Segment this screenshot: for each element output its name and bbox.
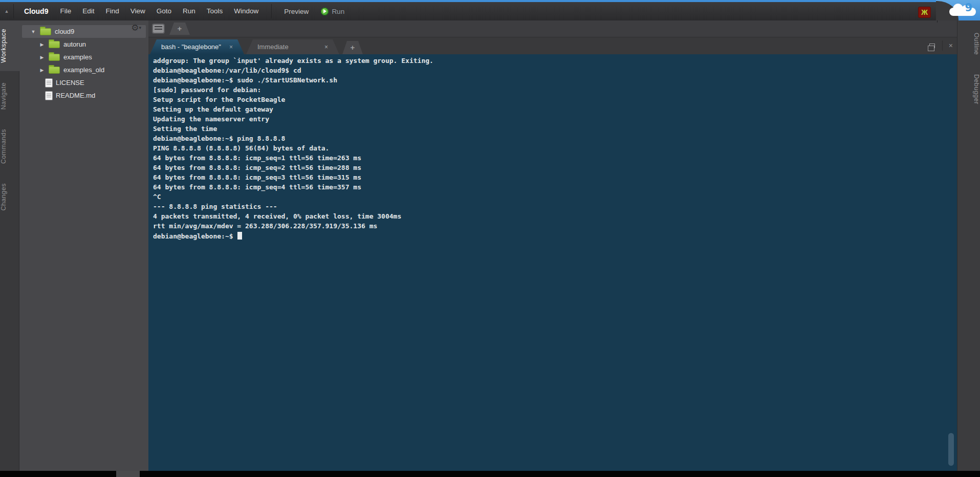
menu-items: FileEditFindViewGotoRunToolsWindow: [54, 2, 264, 20]
close-pane-icon[interactable]: ×: [949, 41, 953, 50]
tree-item[interactable]: LICENSE: [19, 76, 148, 89]
right-dock-tab[interactable]: Outline: [957, 26, 980, 62]
close-tab-icon[interactable]: ×: [324, 44, 328, 51]
folder-icon: [49, 67, 60, 74]
left-dock-tab[interactable]: Workspace: [0, 20, 19, 71]
right-dock-tab[interactable]: Debugger: [957, 67, 980, 112]
terminal-line: PING 8.8.8.8 (8.8.8.8) 56(84) bytes of d…: [153, 144, 957, 154]
tree-item-label: autorun: [63, 40, 86, 48]
terminal-line: rtt min/avg/max/mdev = 263.288/306.228/3…: [153, 222, 957, 232]
tab-bash-beaglebone[interactable]: bash - "beaglebone" ×: [150, 39, 244, 54]
panel-resize-grip[interactable]: [116, 471, 140, 477]
menu-item[interactable]: Run: [177, 2, 201, 20]
menu-item[interactable]: Window: [228, 2, 264, 20]
terminal-line: Setting up the default gateway: [153, 105, 957, 115]
terminal-line: 64 bytes from 8.8.8.8: icmp_seq=4 ttl=56…: [153, 183, 957, 193]
menu-item[interactable]: File: [54, 2, 77, 20]
terminal-line: --- 8.8.8.8 ping statistics ---: [153, 203, 957, 212]
left-dock-strip: Workspace Navigate Commands Changes: [0, 20, 19, 471]
folder-icon: [49, 54, 60, 61]
pane-window-controls: ×: [929, 40, 953, 51]
run-play-icon: [321, 8, 329, 15]
terminal-output[interactable]: addgroup: The group `input' already exis…: [148, 54, 957, 471]
file-icon: [46, 79, 52, 87]
terminal-line: debian@beaglebone:/var/lib/cloud9$ cd: [153, 67, 957, 76]
menu-item[interactable]: Edit: [77, 2, 100, 20]
tree-settings-gear-icon[interactable]: ⚙▾: [131, 23, 141, 33]
terminal-line: Updating the nameserver entry: [153, 115, 957, 125]
console-list-icon[interactable]: [152, 24, 165, 34]
expand-arrow-icon[interactable]: ▼: [30, 29, 37, 34]
terminal-prompt-line: debian@beaglebone:~$: [153, 232, 957, 242]
tree-item[interactable]: ▶ autorun: [19, 38, 148, 51]
run-button-label: Run: [332, 8, 344, 15]
file-tree: ▼ cloud9 ▶ autorun ▶: [19, 20, 148, 102]
maximize-pane-icon[interactable]: [929, 44, 935, 48]
terminal-line: 64 bytes from 8.8.8.8: icmp_seq=3 ttl=56…: [153, 174, 957, 183]
terminal-line: 4 packets transmitted, 4 received, 0% pa…: [153, 212, 957, 222]
cloud9-brand-corner: 9: [936, 0, 980, 20]
folder-icon: [40, 28, 51, 35]
tree-item-label: examples_old: [63, 66, 104, 74]
terminal-line: [sudo] password for debian:: [153, 86, 957, 96]
terminal-line: addgroup: The group `input' already exis…: [153, 57, 957, 67]
run-button[interactable]: Run: [316, 8, 350, 15]
menu-item[interactable]: Goto: [151, 2, 177, 20]
cloud9-logo-menu[interactable]: Cloud9: [18, 7, 54, 15]
menubar-divider: [271, 4, 272, 18]
tree-item[interactable]: ▶ examples: [19, 51, 148, 63]
left-dock-tab[interactable]: Changes: [0, 175, 19, 219]
tree-item-label: LICENSE: [56, 79, 84, 86]
terminal-cursor: [237, 232, 242, 240]
expand-arrow-icon[interactable]: ▶: [38, 42, 46, 47]
folder-icon: [49, 41, 60, 48]
file-icon: [46, 92, 52, 100]
cloud9-cloud-logo-icon[interactable]: 9: [949, 4, 976, 16]
preview-button[interactable]: Preview: [277, 8, 316, 15]
console-tab-bar: bash - "beaglebone" × Immediate × + ×: [148, 37, 957, 54]
left-dock-tab[interactable]: Commands: [0, 121, 19, 172]
terminal-line: debian@beaglebone:~$ sudo ./StartUSBNetw…: [153, 76, 957, 86]
menubar: ▲ Cloud9 FileEditFindViewGotoRunToolsWin…: [0, 0, 980, 20]
menu-item[interactable]: View: [125, 2, 151, 20]
tree-item-label: README.md: [56, 92, 95, 99]
add-pane-button[interactable]: +: [169, 23, 190, 35]
bottom-strip: [0, 471, 980, 477]
right-dock-strip: Outline Debugger: [957, 20, 980, 471]
add-tab-button[interactable]: +: [342, 41, 363, 54]
tree-item-label: examples: [63, 53, 92, 61]
terminal-line: Setup script for the PocketBeagle: [153, 96, 957, 105]
tree-item-label: cloud9: [55, 28, 74, 35]
terminal-line: 64 bytes from 8.8.8.8: icmp_seq=2 ttl=56…: [153, 164, 957, 174]
tree-item[interactable]: ▶ examples_old: [19, 63, 148, 76]
menubar-divider: [13, 4, 14, 18]
terminal-scrollbar-thumb[interactable]: [948, 433, 954, 466]
terminal-line: ^C: [153, 193, 957, 203]
terminal-line: debian@beaglebone:~$ ping 8.8.8.8: [153, 135, 957, 144]
debug-bug-icon[interactable]: Ж: [918, 7, 931, 18]
expand-arrow-icon[interactable]: ▶: [38, 55, 46, 60]
divider: [942, 40, 943, 51]
menu-item[interactable]: Tools: [201, 2, 229, 20]
tree-item-cloud9[interactable]: ▼ cloud9: [22, 25, 146, 38]
expand-arrow-icon[interactable]: ▶: [38, 68, 46, 73]
console-toolbar: +: [148, 20, 957, 37]
tab-immediate[interactable]: Immediate ×: [246, 39, 339, 54]
terminal-line: Setting the time: [153, 125, 957, 135]
tree-item[interactable]: README.md: [19, 89, 148, 102]
left-dock-tab[interactable]: Navigate: [0, 74, 19, 118]
terminal-line: 64 bytes from 8.8.8.8: icmp_seq=1 ttl=56…: [153, 154, 957, 164]
close-tab-icon[interactable]: ×: [229, 44, 233, 51]
menubar-collapse-arrow-icon[interactable]: ▲: [0, 9, 13, 14]
workspace-tree-panel: ⚙▾ ▼ cloud9 ▶ autorun ▶: [19, 20, 148, 471]
menu-item[interactable]: Find: [100, 2, 124, 20]
console-area: + bash - "beaglebone" × Immediate × + × …: [148, 20, 957, 471]
